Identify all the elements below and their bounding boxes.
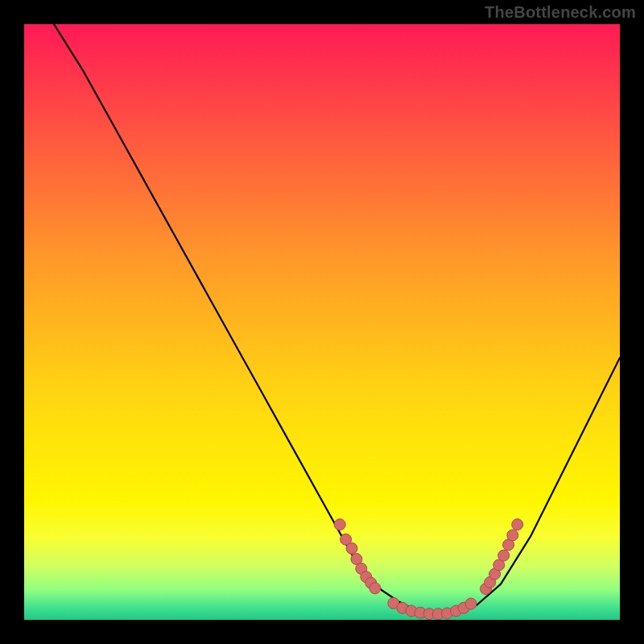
data-dot: [498, 550, 510, 561]
plot-area: [24, 24, 620, 620]
chart-svg: [24, 24, 620, 620]
data-dot: [369, 583, 381, 594]
data-dot: [512, 519, 523, 530]
data-dot: [507, 530, 518, 541]
data-dot: [465, 598, 477, 609]
watermark-text: TheBottleneck.com: [485, 3, 636, 22]
data-dot: [334, 519, 345, 530]
data-dot: [346, 543, 357, 554]
curve-path: [24, 24, 620, 614]
dot-markers: [334, 519, 523, 620]
